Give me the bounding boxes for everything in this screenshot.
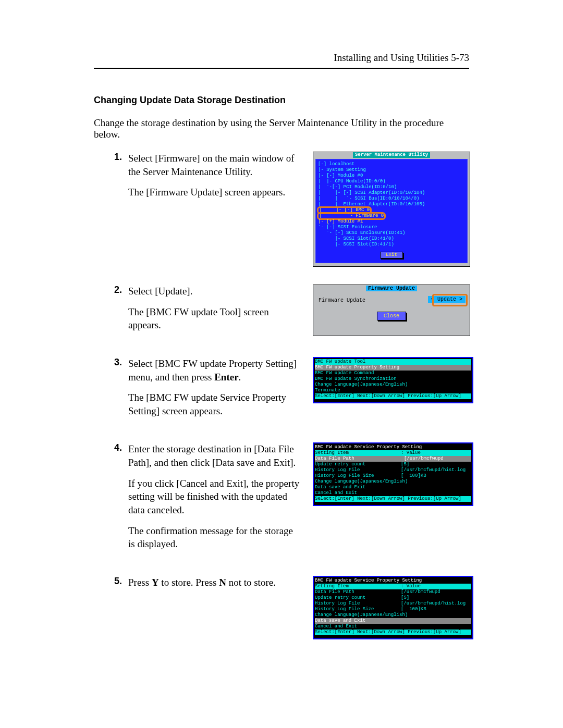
step-1: 1. Select [Firmware] on the main window … [94, 152, 469, 267]
setting-row[interactable]: Cancel and Exit [315, 624, 471, 630]
tree-row[interactable]: [-] localhost [318, 162, 465, 167]
tree-row[interactable]: | |- [-] SCSI Adapter(ID:0/10/104) [318, 190, 465, 196]
setting-row[interactable]: Change language(Japanese/English) [315, 612, 471, 618]
tree-row[interactable]: |- SCSI Slot(ID:41/1) [318, 242, 465, 248]
section-title: Changing Update Data Storage Destination [94, 95, 469, 106]
fig5-col2: : Value [401, 584, 471, 589]
close-button[interactable]: Close [377, 312, 406, 320]
fig4-col1: Setting Item [315, 450, 401, 456]
fig-property-setting-save: BMC FW update Service Property Setting S… [313, 576, 473, 639]
fig4-footer: Select:[Enter] Next:[Down Arrow] Previou… [315, 496, 471, 502]
step-4: 4. Enter the storage destination in [Dat… [94, 442, 469, 558]
fig3-footer: Select:[Enter] Next:[Down Arrow] Previou… [315, 393, 471, 399]
exit-button[interactable]: Exit [380, 252, 403, 258]
fig5-col1: Setting Item [315, 584, 401, 589]
step-2-p1: Select [Update]. [128, 285, 301, 298]
tree-row[interactable]: |- System Setting [318, 167, 465, 173]
step-4-p2: If you click [Cancel and Exit], the prop… [128, 477, 301, 517]
fig-bmc-tool-menu: BMC FW update Tool BMC FW update Propert… [313, 357, 473, 403]
tree-row[interactable]: |- SCSI Slot(ID:41/0) [318, 236, 465, 242]
setting-row[interactable]: Update retry count[5] [315, 595, 471, 601]
tree-row[interactable]: | `- Firmware 0 [318, 213, 465, 219]
fig4-title: BMC FW update Service Property Setting [315, 445, 471, 450]
fig2-title: Firmware Update [366, 286, 417, 291]
fig-property-setting-edit: BMC FW update Service Property Setting S… [313, 442, 473, 506]
setting-row[interactable]: Data save and Exit [315, 485, 471, 490]
menu-item[interactable]: Terminate [315, 388, 471, 393]
fig-server-maintenance-utility: Server Maintenance Utility [-] localhost… [313, 152, 470, 267]
step-1-p1: Select [Firmware] on the main window of … [128, 152, 301, 178]
setting-row[interactable]: Update retry count[5] [315, 462, 471, 467]
bmc-node[interactable]: | |- [-] BMC 0 [318, 207, 371, 213]
step-number: 4. [94, 442, 122, 453]
step-4-body: Enter the storage destination in [Data F… [128, 442, 307, 558]
menu-item[interactable]: BMC FW update Property Setting [315, 365, 471, 371]
tree-row[interactable]: |- [-] Module #0 [318, 173, 465, 179]
tree-row[interactable]: |- [+] Module #1 [318, 219, 465, 225]
setting-row[interactable]: History Log File Size[ 100]KB [315, 473, 471, 479]
setting-row[interactable]: History Log File Size[ 100]KB [315, 607, 471, 612]
step-number: 1. [94, 152, 122, 163]
fig-firmware-update-dialog: Firmware Update Firmware Update < Update… [313, 285, 470, 336]
step-5-body: Press Y to store. Press N not to store. [128, 576, 307, 597]
step-number: 3. [94, 357, 122, 368]
setting-row[interactable]: Data File Path[/usr/bmcfwupd [315, 456, 471, 462]
step-4-p1: Enter the storage destination in [Data F… [128, 442, 301, 469]
tree-row[interactable]: | `-[-] PCI Module(ID:0/10) [318, 184, 465, 190]
tree-row[interactable]: | | `- SCSI Bus(ID:0/10/104/0) [318, 196, 465, 202]
step-3-body: Select [BMC FW update Property Setting] … [128, 357, 307, 425]
fig1-title: Server Maintenance Utility [353, 152, 430, 158]
intro-text: Change the storage destination by using … [94, 117, 469, 140]
tree-row[interactable]: `- [-] SCSI Enclosure [318, 225, 465, 230]
step-3: 3. Select [BMC FW update Property Settin… [94, 357, 469, 425]
fig2-label: Firmware Update [319, 297, 365, 304]
highlight-box-icon [432, 294, 468, 306]
fig4-col2: : Value [401, 450, 471, 456]
header-rule [94, 68, 469, 69]
setting-row[interactable]: History Log File[/usr/bmcfwupd/hist.log [315, 601, 471, 607]
setting-row[interactable]: Change language(Japanese/English) [315, 479, 471, 485]
step-5: 5. Press Y to store. Press N not to stor… [94, 576, 469, 639]
fig5-footer: Select:[Enter] Next:[Down Arrow] Previou… [315, 630, 471, 635]
tree-row[interactable]: | |- CPU Module(ID:0/0) [318, 179, 465, 184]
step-2-p2: The [BMC FW update Tool] screen appears. [128, 305, 301, 332]
step-number: 5. [94, 576, 122, 587]
menu-item[interactable]: Change language(Japanese/English) [315, 382, 471, 388]
step-2: 2. Select [Update]. The [BMC FW update T… [94, 285, 469, 339]
tree-row[interactable]: `- [-] SCSI Enclosure(ID:41) [318, 230, 465, 236]
setting-row[interactable]: Cancel and Exit [315, 490, 471, 496]
setting-row[interactable]: Data save and Exit [315, 618, 471, 624]
running-header: Installing and Using Utilities 5-73 [94, 52, 469, 64]
step-2-body: Select [Update]. The [BMC FW update Tool… [128, 285, 307, 339]
setting-row[interactable]: History Log File[/usr/bmcfwupd/hist.log [315, 467, 471, 473]
step-3-p2: The [BMC FW update Service Property Sett… [128, 391, 301, 417]
step-5-p1: Press Y to store. Press N not to store. [128, 576, 301, 589]
step-4-p3: The confirmation message for the storage… [128, 524, 301, 551]
setting-row[interactable]: Data File Path[/usr/bmcfwupd [315, 589, 471, 595]
step-1-p2: The [Firmware Update] screen appears. [128, 186, 301, 199]
fig3-title: BMC FW update Tool [315, 359, 471, 365]
menu-item[interactable]: BMC FW update Command [315, 371, 471, 376]
menu-item[interactable]: BMC FW update Synchronization [315, 376, 471, 382]
step-1-body: Select [Firmware] on the main window of … [128, 152, 307, 206]
tree-row[interactable]: | |- [-] BMC 0 [318, 207, 465, 213]
firmware-node[interactable]: | `- Firmware 0 [318, 213, 385, 219]
tree-row[interactable]: | |- Ethernet Adapter(ID:0/10/105) [318, 202, 465, 207]
step-number: 2. [94, 285, 122, 295]
step-3-p1: Select [BMC FW update Property Setting] … [128, 357, 301, 384]
fig5-title: BMC FW update Service Property Setting [315, 578, 471, 584]
